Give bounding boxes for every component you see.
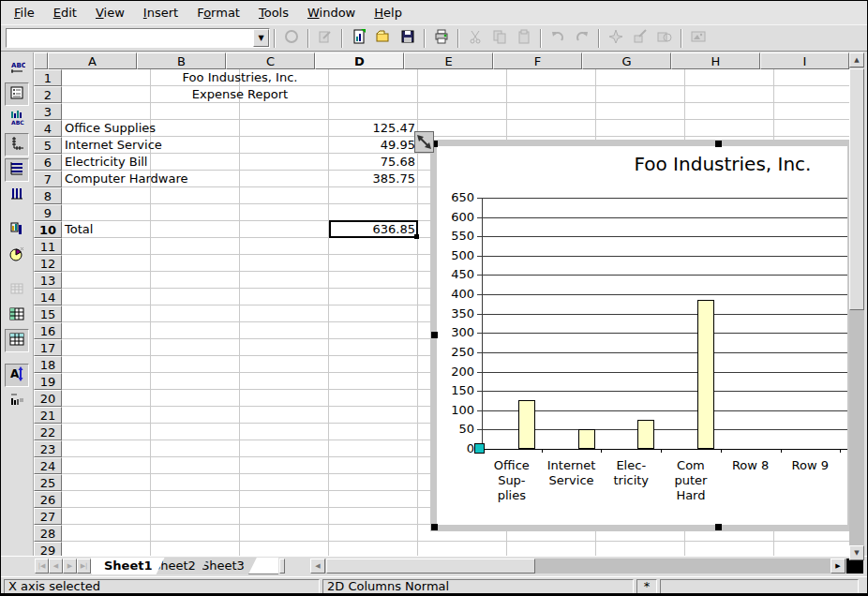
- menu-help[interactable]: Help: [365, 3, 412, 22]
- select-all-corner[interactable]: [34, 52, 48, 69]
- menu-window[interactable]: Window: [298, 3, 365, 22]
- row-header-26[interactable]: 26: [34, 491, 62, 508]
- scroll-down-button[interactable]: ▼: [849, 545, 864, 560]
- url-input[interactable]: [7, 29, 253, 47]
- bar-office-supplies[interactable]: [518, 400, 535, 449]
- menu-format[interactable]: Format: [187, 3, 249, 22]
- tab-scrollbar-splitter[interactable]: [279, 559, 285, 574]
- row-header-3[interactable]: 3: [34, 103, 62, 120]
- column-header-h[interactable]: H: [671, 52, 760, 69]
- column-header-a[interactable]: A: [48, 52, 137, 69]
- menu-tools[interactable]: Tools: [249, 3, 298, 22]
- column-header-i[interactable]: I: [760, 52, 849, 69]
- titles-on-off-button[interactable]: ABC: [5, 57, 29, 81]
- chart-area[interactable]: Foo Industries, Inc. 6506005505004504003…: [437, 146, 847, 525]
- cell-d5[interactable]: 49.95: [329, 137, 418, 154]
- horizontal-scrollbar-thumb[interactable]: [326, 559, 535, 574]
- cell-a7[interactable]: Computer Hardware: [62, 171, 329, 187]
- row-header-24[interactable]: 24: [34, 457, 62, 474]
- y-axis-label[interactable]: 450: [441, 267, 474, 281]
- horizontal-grid-on-off-button[interactable]: [5, 158, 29, 182]
- y-axis-label[interactable]: 100: [441, 403, 474, 417]
- cell-a6[interactable]: Electricity Bill: [62, 154, 329, 171]
- chart-data-button[interactable]: [5, 278, 29, 302]
- row-header-13[interactable]: 13: [34, 272, 62, 289]
- row-header-16[interactable]: 16: [34, 322, 62, 339]
- row-header-22[interactable]: 22: [34, 424, 62, 440]
- cell-a10[interactable]: Total: [62, 221, 329, 238]
- row-header-9[interactable]: 9: [34, 204, 62, 221]
- column-header-f[interactable]: F: [493, 52, 582, 69]
- data-in-rows-button[interactable]: [5, 304, 29, 327]
- horizontal-scrollbar[interactable]: ◀ ▶: [310, 559, 846, 574]
- copy-button[interactable]: [488, 27, 511, 50]
- x-axis-category-label[interactable]: Com puter Hard: [662, 458, 720, 503]
- y-axis-label[interactable]: 350: [441, 306, 474, 320]
- row-header-29[interactable]: 29: [34, 542, 62, 556]
- chart-title[interactable]: Foo Industries, Inc.: [591, 153, 847, 175]
- last-sheet-button[interactable]: ▶|: [77, 559, 91, 574]
- x-axis-category-label[interactable]: Row 9: [781, 458, 839, 473]
- row-header-28[interactable]: 28: [34, 525, 62, 542]
- row-header-23[interactable]: 23: [34, 440, 62, 457]
- new-document-button[interactable]: [348, 27, 370, 50]
- column-header-b[interactable]: B: [137, 52, 226, 69]
- stop-button[interactable]: [280, 27, 303, 50]
- window-resize-corner[interactable]: [846, 559, 863, 574]
- column-header-e[interactable]: E: [404, 52, 493, 69]
- x-axis-category-label[interactable]: Elec- tricity: [602, 458, 660, 488]
- y-axis-label[interactable]: 500: [441, 248, 474, 262]
- x-axis-category-label[interactable]: Office Sup- plies: [483, 458, 541, 503]
- autoformat-button[interactable]: [5, 244, 29, 267]
- column-header-d[interactable]: D: [315, 52, 404, 69]
- x-axis-selection-handle[interactable]: [474, 443, 485, 454]
- scroll-left-button[interactable]: ◀: [310, 559, 325, 574]
- row-header-21[interactable]: 21: [34, 407, 62, 424]
- sheet-tab-sheet1[interactable]: Sheet1: [91, 558, 166, 574]
- cell-d7[interactable]: 385.75: [329, 171, 418, 187]
- y-axis-label[interactable]: 200: [441, 365, 474, 379]
- row-header-14[interactable]: 14: [34, 289, 62, 305]
- row-header-8[interactable]: 8: [34, 187, 62, 204]
- url-combobox[interactable]: ▼: [6, 28, 270, 48]
- row-header-2[interactable]: 2: [34, 86, 62, 103]
- chart-object-handle[interactable]: [715, 524, 722, 530]
- row-header-11[interactable]: 11: [34, 238, 62, 255]
- scroll-right-button[interactable]: ▶: [831, 559, 846, 574]
- y-axis-label[interactable]: 650: [441, 190, 474, 204]
- previous-sheet-button[interactable]: ◀: [49, 559, 63, 574]
- chart-object-handle[interactable]: [715, 141, 722, 147]
- row-header-4[interactable]: 4: [34, 120, 62, 137]
- cut-button[interactable]: [464, 27, 486, 50]
- paste-button[interactable]: [513, 27, 535, 50]
- cell-d4[interactable]: 125.47: [329, 120, 418, 137]
- navigator-button[interactable]: [605, 27, 627, 50]
- y-axis-label[interactable]: 400: [441, 287, 474, 301]
- vertical-scrollbar-thumb[interactable]: [849, 68, 864, 310]
- y-axis-label[interactable]: 300: [441, 325, 474, 339]
- cell-cursor[interactable]: [329, 220, 418, 238]
- row-header-5[interactable]: 5: [34, 137, 62, 154]
- menu-view[interactable]: View: [86, 3, 134, 22]
- menu-file[interactable]: File: [5, 3, 44, 22]
- bar-computer-hard[interactable]: [697, 300, 714, 449]
- fill-handle[interactable]: [414, 234, 419, 239]
- first-sheet-button[interactable]: |◀: [35, 559, 49, 574]
- x-axis[interactable]: [482, 449, 847, 450]
- x-axis-category-label[interactable]: Row 8: [722, 458, 780, 473]
- redo-button[interactable]: [571, 27, 593, 50]
- y-axis-label[interactable]: 250: [441, 345, 474, 359]
- y-axis-label[interactable]: 150: [441, 383, 474, 397]
- axes-title-on-off-button[interactable]: ABC: [5, 108, 29, 131]
- row-header-27[interactable]: 27: [34, 508, 62, 525]
- save-button[interactable]: [397, 27, 419, 50]
- row-header-10[interactable]: 10: [34, 221, 62, 238]
- bar-internet-service[interactable]: [578, 429, 595, 449]
- stylist-button[interactable]: [629, 27, 651, 50]
- chart-object-handle[interactable]: [431, 524, 438, 530]
- row-header-6[interactable]: 6: [34, 154, 62, 171]
- hyperlink-button[interactable]: [653, 27, 676, 50]
- y-axis-label[interactable]: 550: [441, 229, 474, 243]
- y-axis-label[interactable]: 600: [441, 210, 474, 224]
- menu-insert[interactable]: Insert: [134, 3, 187, 22]
